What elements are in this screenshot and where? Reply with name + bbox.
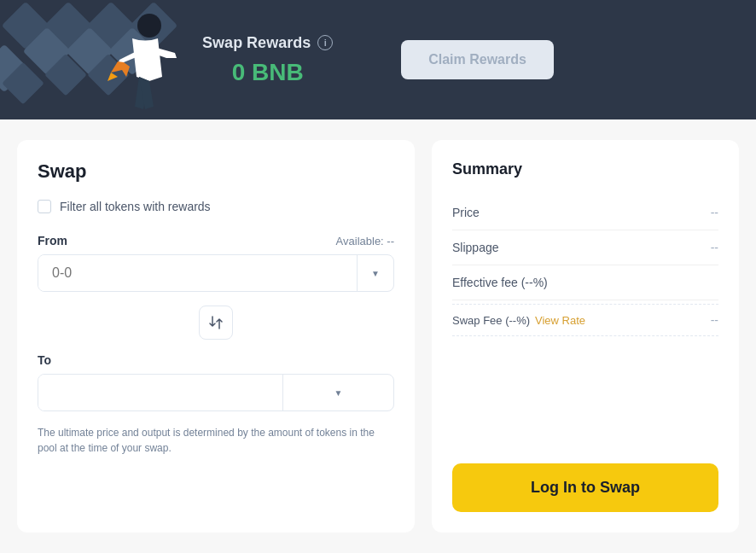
effective-fee-row: Effective fee (--%): [452, 265, 718, 300]
swap-arrows-icon: [208, 315, 224, 330]
price-row: Price --: [452, 195, 718, 230]
from-label: From: [38, 234, 67, 247]
swap-arrow-container: [38, 306, 394, 340]
from-input[interactable]: [38, 255, 357, 291]
to-input-row: ▼: [38, 374, 394, 411]
svg-point-12: [137, 14, 161, 38]
price-value: --: [711, 206, 718, 219]
from-token-select[interactable]: ▼: [357, 255, 393, 291]
available-text: Available: --: [336, 235, 394, 247]
swap-fee-label-container: Swap Fee (--%) View Rate: [452, 314, 585, 327]
to-input[interactable]: [38, 375, 282, 410]
rewards-title: Swap Rewards i: [202, 34, 333, 52]
header-content: Swap Rewards i 0 BNB Claim Rewards: [202, 34, 554, 86]
to-label: To: [38, 353, 51, 367]
slippage-row: Slippage --: [452, 230, 718, 265]
rewards-title-text: Swap Rewards: [202, 34, 311, 52]
main-content: Swap Filter all tokens with rewards From…: [0, 119, 756, 553]
filter-label: Filter all tokens with rewards: [60, 200, 211, 213]
header-graphic: [0, 0, 222, 119]
slippage-label: Slippage: [452, 241, 499, 254]
rewards-info: Swap Rewards i 0 BNB: [202, 34, 333, 86]
price-label: Price: [452, 206, 480, 219]
swap-direction-button[interactable]: [199, 306, 233, 340]
disclaimer-text: The ultimate price and output is determi…: [38, 425, 394, 456]
from-section: From Available: -- ▼: [38, 234, 394, 292]
slippage-value: --: [711, 241, 718, 254]
to-field-header: To: [38, 353, 394, 367]
filter-row: Filter all tokens with rewards: [38, 200, 394, 213]
swap-fee-value: --: [711, 313, 718, 327]
rewards-amount: 0 BNB: [202, 59, 333, 86]
info-icon[interactable]: i: [317, 35, 333, 50]
effective-fee-label: Effective fee (--%): [452, 276, 548, 289]
from-input-row: ▼: [38, 254, 394, 292]
summary-title: Summary: [452, 160, 718, 178]
header-banner: Swap Rewards i 0 BNB Claim Rewards: [0, 0, 756, 119]
to-section: To ▼: [38, 353, 394, 411]
login-to-swap-button[interactable]: Log In to Swap: [452, 463, 718, 512]
view-rate-link[interactable]: View Rate: [535, 314, 585, 327]
filter-checkbox[interactable]: [38, 200, 51, 213]
swap-title: Swap: [38, 160, 394, 183]
claim-rewards-button[interactable]: Claim Rewards: [401, 40, 554, 79]
chevron-down-icon: ▼: [371, 269, 380, 278]
to-chevron-down-icon: ▼: [334, 388, 343, 398]
to-token-select[interactable]: ▼: [282, 375, 393, 410]
swap-fee-label: Swap Fee (--%): [452, 314, 530, 327]
swap-fee-row: Swap Fee (--%) View Rate --: [452, 304, 718, 336]
from-field-header: From Available: --: [38, 234, 394, 247]
swap-panel: Swap Filter all tokens with rewards From…: [17, 140, 415, 533]
summary-panel: Summary Price -- Slippage -- Effective f…: [432, 140, 739, 533]
